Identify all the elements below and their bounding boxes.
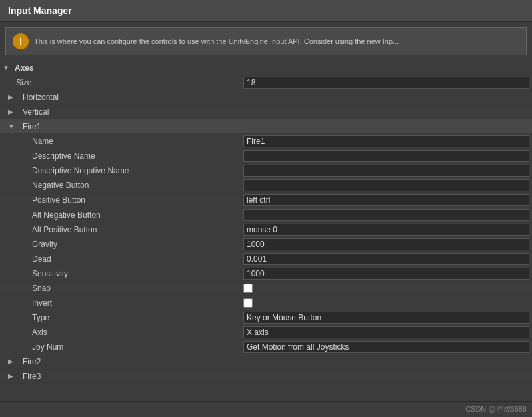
prop-name-row: Name (0, 134, 532, 149)
horizontal-label: Horizontal (17, 93, 59, 102)
prop-snap-value[interactable] (243, 284, 532, 293)
prop-descriptive-name-input[interactable] (243, 150, 529, 162)
size-row: Size (0, 75, 532, 90)
prop-snap-checkbox[interactable] (243, 284, 253, 293)
size-input[interactable] (243, 77, 529, 89)
prop-dead-input[interactable] (243, 253, 529, 265)
prop-sensitivity-row: Sensitivity (0, 266, 532, 281)
prop-alt-pos-button-row: Alt Positive Button (0, 222, 532, 237)
prop-sensitivity-input[interactable] (243, 268, 529, 280)
prop-positive-button-row: Positive Button (0, 193, 532, 207)
prop-axis-value[interactable] (243, 326, 532, 338)
footer: CSDN @胖虎6688 (0, 401, 532, 417)
prop-axis-input[interactable] (243, 326, 529, 338)
prop-descriptive-neg-name-input[interactable] (243, 165, 529, 177)
prop-descriptive-neg-name-value[interactable] (243, 165, 532, 177)
prop-type-input[interactable] (243, 312, 529, 324)
prop-name-label: Name (0, 137, 243, 146)
content-area[interactable]: ▼ Axes Size ▶ Horizontal ▶ Vertical ▼ Fi… (0, 61, 532, 401)
prop-negative-button-row: Negative Button (0, 178, 532, 193)
axes-label: Axes (9, 63, 34, 73)
fire3-label: Fire3 (17, 372, 41, 381)
prop-negative-button-input[interactable] (243, 179, 529, 191)
vertical-item[interactable]: ▶ Vertical (0, 105, 532, 119)
prop-descriptive-neg-name-row: Descriptive Negative Name (0, 163, 532, 178)
prop-descriptive-name-label: Descriptive Name (0, 151, 243, 161)
fire1-label: Fire1 (17, 122, 41, 131)
prop-negative-button-label: Negative Button (0, 181, 243, 190)
prop-invert-checkbox[interactable] (243, 298, 253, 308)
input-manager-window: Input Manager ! This is where you can co… (0, 0, 532, 417)
prop-invert-row: Invert (0, 296, 532, 310)
fire3-arrow: ▶ (8, 372, 17, 380)
size-label: Size (0, 78, 243, 87)
prop-joy-num-input[interactable] (243, 341, 529, 353)
prop-descriptive-name-row: Descriptive Name (0, 149, 532, 163)
warning-icon: ! (13, 33, 29, 49)
prop-alt-neg-button-row: Alt Negative Button (0, 207, 532, 222)
prop-dead-row: Dead (0, 252, 532, 266)
title-bar: Input Manager (0, 0, 532, 22)
prop-type-label: Type (0, 313, 243, 322)
warning-bar: ! This is where you can configure the co… (5, 27, 527, 55)
fire2-label: Fire2 (17, 357, 41, 366)
vertical-arrow: ▶ (8, 108, 17, 115)
prop-alt-neg-button-value[interactable] (243, 209, 532, 221)
window-title: Input Manager (8, 5, 72, 16)
prop-dead-label: Dead (0, 254, 243, 264)
prop-alt-pos-button-input[interactable] (243, 224, 529, 236)
prop-type-row: Type (0, 310, 532, 325)
prop-name-input[interactable] (243, 135, 529, 147)
prop-negative-button-value[interactable] (243, 179, 532, 191)
prop-joy-num-value[interactable] (243, 341, 532, 353)
prop-joy-num-label: Joy Num (0, 342, 243, 352)
prop-sensitivity-label: Sensitivity (0, 269, 243, 278)
fire1-item[interactable]: ▼ Fire1 (0, 119, 532, 134)
vertical-label: Vertical (17, 107, 49, 117)
prop-invert-label: Invert (0, 298, 243, 308)
prop-axis-label: Axis (0, 328, 243, 337)
watermark: CSDN @胖虎6688 (465, 405, 527, 413)
prop-positive-button-input[interactable] (243, 194, 529, 206)
horizontal-item[interactable]: ▶ Horizontal (0, 90, 532, 105)
prop-gravity-value[interactable] (243, 238, 532, 250)
fire2-arrow: ▶ (8, 358, 17, 365)
prop-positive-button-value[interactable] (243, 194, 532, 206)
prop-name-value[interactable] (243, 135, 532, 147)
prop-type-value[interactable] (243, 312, 532, 324)
fire1-arrow: ▼ (8, 123, 17, 130)
prop-alt-pos-button-label: Alt Positive Button (0, 225, 243, 234)
prop-descriptive-name-value[interactable] (243, 150, 532, 162)
prop-snap-label: Snap (0, 284, 243, 293)
prop-snap-row: Snap (0, 281, 532, 296)
axes-arrow: ▼ (0, 64, 9, 71)
prop-gravity-label: Gravity (0, 240, 243, 249)
prop-alt-neg-button-label: Alt Negative Button (0, 210, 243, 220)
prop-positive-button-label: Positive Button (0, 195, 243, 205)
prop-descriptive-neg-name-label: Descriptive Negative Name (0, 166, 243, 175)
axes-header[interactable]: ▼ Axes (0, 61, 532, 75)
prop-gravity-input[interactable] (243, 238, 529, 250)
size-value-container[interactable] (243, 77, 532, 89)
prop-gravity-row: Gravity (0, 237, 532, 252)
prop-alt-neg-button-input[interactable] (243, 209, 529, 221)
fire3-item[interactable]: ▶ Fire3 (0, 369, 532, 384)
prop-dead-value[interactable] (243, 253, 532, 265)
prop-axis-row: Axis (0, 325, 532, 340)
prop-alt-pos-button-value[interactable] (243, 224, 532, 236)
prop-invert-value[interactable] (243, 298, 532, 308)
prop-sensitivity-value[interactable] (243, 268, 532, 280)
fire2-item[interactable]: ▶ Fire2 (0, 354, 532, 369)
prop-joy-num-row: Joy Num (0, 340, 532, 354)
warning-text: This is where you can configure the cont… (34, 37, 399, 45)
horizontal-arrow: ▶ (8, 93, 17, 101)
